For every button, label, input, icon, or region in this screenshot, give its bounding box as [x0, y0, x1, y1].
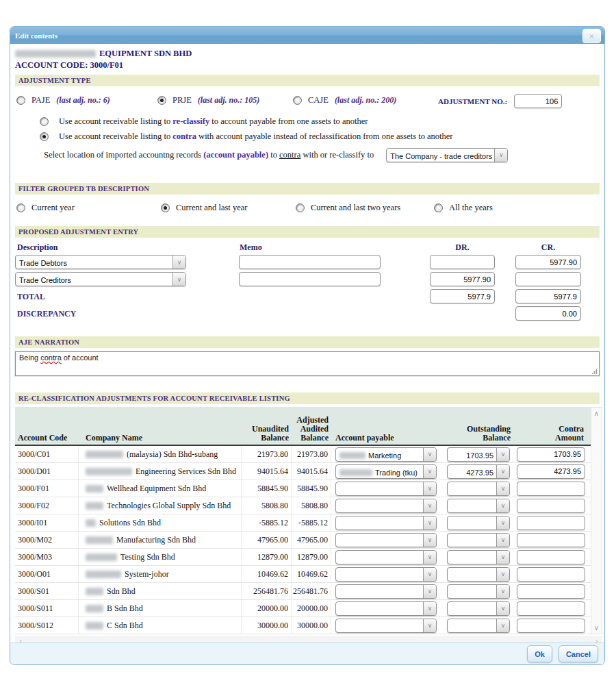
chevron-down-icon[interactable]: ∨: [172, 256, 185, 269]
chevron-down-icon[interactable]: ∨: [496, 585, 509, 598]
contra-amount-input[interactable]: [517, 499, 585, 513]
dr-input[interactable]: [430, 255, 495, 269]
contra-amount-input[interactable]: [517, 601, 585, 616]
contra-amount-input[interactable]: [517, 464, 585, 479]
contra-amount-input[interactable]: [517, 550, 585, 564]
chevron-down-icon[interactable]: ∨: [494, 149, 507, 162]
account-payable-dropdown[interactable]: ∨: [335, 550, 437, 564]
chevron-down-icon[interactable]: ∨: [423, 534, 436, 547]
chevron-down-icon[interactable]: ∨: [423, 551, 436, 564]
chevron-down-icon[interactable]: ∨: [496, 551, 509, 564]
adjustment-no-input[interactable]: [514, 94, 562, 108]
chevron-down-icon[interactable]: ∨: [496, 499, 509, 512]
outstanding-balance-dropdown[interactable]: ∨: [447, 499, 510, 513]
chevron-down-icon[interactable]: ∨: [423, 619, 436, 632]
description-dropdown[interactable]: Trade Debtors∨: [15, 255, 186, 269]
mode-option-2[interactable]: Use account receivable listing to contra…: [15, 129, 600, 144]
contra-amount-input[interactable]: [517, 533, 585, 547]
chevron-down-icon[interactable]: ∨: [423, 499, 436, 512]
scroll-right-icon[interactable]: ›: [595, 636, 598, 643]
adjustment-option-caje[interactable]: CAJE(last adj. no.: 200): [293, 92, 396, 108]
radio-button[interactable]: [434, 203, 443, 212]
discrepancy-cr-input[interactable]: [515, 306, 581, 321]
chevron-down-icon[interactable]: ∨: [423, 482, 436, 495]
radio-button[interactable]: [296, 203, 305, 212]
chevron-down-icon[interactable]: ∨: [423, 568, 436, 581]
chevron-down-icon[interactable]: ∨: [423, 465, 436, 478]
adjustment-option-paje[interactable]: PAJE(last adj. no.: 6): [16, 92, 110, 108]
chevron-down-icon[interactable]: ∨: [496, 482, 509, 495]
radio-button[interactable]: [40, 132, 49, 141]
account-payable-dropdown[interactable]: Trading (tku)∨: [335, 464, 437, 479]
location-dropdown[interactable]: The Company - trade creditors ( ∨: [386, 148, 508, 162]
ok-button[interactable]: Ok: [527, 645, 552, 662]
dr-input[interactable]: [430, 272, 495, 286]
outstanding-balance-dropdown[interactable]: ∨: [447, 550, 510, 564]
radio-button[interactable]: [161, 203, 170, 212]
radio-button[interactable]: [16, 96, 25, 105]
account-payable-dropdown[interactable]: ∨: [335, 601, 437, 616]
account-payable-dropdown[interactable]: Marketing∨: [335, 447, 437, 462]
chevron-down-icon[interactable]: ∨: [423, 516, 436, 530]
contra-amount-input[interactable]: [517, 584, 585, 599]
contra-amount-input[interactable]: [517, 482, 585, 496]
chevron-down-icon[interactable]: ∨: [423, 585, 436, 598]
outstanding-balance-dropdown[interactable]: ∨: [447, 619, 510, 633]
account-payable-dropdown[interactable]: ∨: [335, 533, 437, 547]
account-payable-dropdown[interactable]: ∨: [335, 482, 437, 496]
filter-option-4[interactable]: All the years: [434, 200, 493, 215]
vertical-scrollbar[interactable]: ∧ ∨: [591, 407, 602, 634]
close-icon[interactable]: ×: [582, 29, 601, 43]
account-payable-dropdown[interactable]: ∨: [335, 584, 437, 599]
dialog-titlebar[interactable]: Edit contents ×: [10, 27, 604, 44]
radio-button[interactable]: [16, 203, 25, 212]
cr-input[interactable]: [515, 255, 581, 269]
aje-narration-textarea[interactable]: Being contra of account: [15, 351, 600, 376]
scroll-up-icon[interactable]: ∧: [594, 410, 599, 417]
chevron-down-icon[interactable]: ∨: [172, 273, 185, 286]
filter-option-2[interactable]: Current and last year: [161, 200, 247, 215]
filter-option-1[interactable]: Current year: [16, 200, 75, 215]
scroll-left-icon[interactable]: ‹: [19, 636, 23, 643]
chevron-down-icon[interactable]: ∨: [496, 568, 509, 581]
contra-amount-input[interactable]: [517, 619, 585, 633]
cr-input[interactable]: [515, 272, 581, 286]
account-payable-dropdown[interactable]: ∨: [335, 516, 437, 530]
radio-button[interactable]: [40, 117, 49, 126]
contra-amount-input[interactable]: [517, 516, 585, 530]
radio-button[interactable]: [293, 96, 302, 105]
account-payable-dropdown[interactable]: ∨: [335, 567, 437, 582]
radio-button[interactable]: [157, 96, 166, 105]
chevron-down-icon[interactable]: ∨: [496, 516, 509, 530]
chevron-down-icon[interactable]: ∨: [496, 619, 509, 632]
memo-input[interactable]: [239, 255, 381, 269]
outstanding-balance-dropdown[interactable]: 4273.95∨: [447, 464, 510, 479]
scroll-down-icon[interactable]: ∨: [594, 624, 599, 632]
outstanding-balance-dropdown[interactable]: ∨: [447, 584, 510, 599]
description-dropdown[interactable]: Trade Creditors∨: [15, 272, 186, 286]
total-cr-input[interactable]: [515, 289, 581, 303]
chevron-down-icon[interactable]: ∨: [496, 602, 509, 615]
chevron-down-icon[interactable]: ∨: [496, 465, 509, 478]
chevron-down-icon[interactable]: ∨: [496, 534, 509, 547]
outstanding-balance-dropdown[interactable]: ∨: [447, 516, 510, 530]
outstanding-balance-dropdown[interactable]: ∨: [447, 567, 510, 582]
resize-grip-icon[interactable]: [591, 368, 598, 374]
outstanding-balance-dropdown[interactable]: 1703.95∨: [447, 447, 510, 462]
table-horizontal-scrollbar[interactable]: ‹ ›: [15, 636, 602, 643]
total-dr-input[interactable]: [430, 289, 495, 303]
outstanding-balance-dropdown[interactable]: ∨: [447, 601, 510, 616]
outstanding-balance-dropdown[interactable]: ∨: [447, 533, 510, 547]
memo-input[interactable]: [239, 272, 381, 286]
chevron-down-icon[interactable]: ∨: [496, 448, 509, 461]
chevron-down-icon[interactable]: ∨: [423, 602, 436, 615]
contra-amount-input[interactable]: [517, 567, 585, 582]
cancel-button[interactable]: Cancel: [559, 645, 598, 662]
adjustment-option-prje[interactable]: PRJE(last adj. no.: 105): [157, 92, 259, 108]
contra-amount-input[interactable]: [517, 447, 585, 462]
filter-option-3[interactable]: Current and last two years: [296, 200, 400, 215]
mode-option-1[interactable]: Use account receivable listing to re-cla…: [15, 114, 600, 129]
account-payable-dropdown[interactable]: ∨: [335, 619, 437, 633]
account-payable-dropdown[interactable]: ∨: [335, 499, 437, 513]
outstanding-balance-dropdown[interactable]: ∨: [447, 482, 510, 496]
